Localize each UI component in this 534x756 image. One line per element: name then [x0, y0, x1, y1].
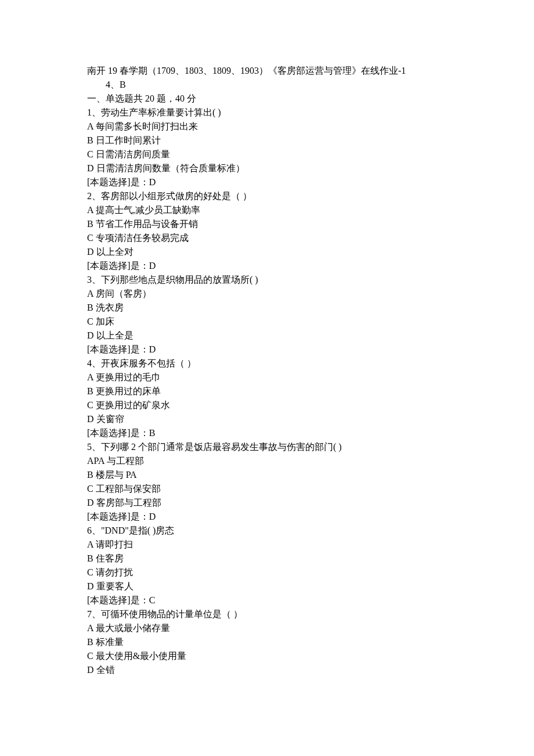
question-option: B 洗衣房: [87, 301, 447, 315]
question-answer: [本题选择]是：B: [87, 426, 447, 440]
question-option: C 专项清洁任务较易完成: [87, 231, 447, 245]
question-option: D 以上全对: [87, 245, 447, 259]
question-answer: [本题选择]是：D: [87, 175, 447, 189]
doc-subline: 4、B: [87, 78, 447, 92]
questions-container: 1、劳动生产率标准量要计算出( )A 每间需多长时间打扫出来B 日工作时间累计C…: [87, 106, 447, 677]
question-option: C 最大使用&最小使用量: [87, 649, 447, 663]
question-option: A 房间（客房）: [87, 287, 447, 301]
question-option: D 全错: [87, 663, 447, 677]
question-stem: 2、客房部以小组形式做房的好处是（ ）: [87, 189, 447, 203]
question-answer: [本题选择]是：D: [87, 343, 447, 357]
question-answer: [本题选择]是：C: [87, 593, 447, 607]
question-option: APA 与工程部: [87, 454, 447, 468]
question-stem: 4、开夜床服务不包括（ ）: [87, 357, 447, 370]
question-option: D 日需清洁房间数量（符合质量标准）: [87, 161, 447, 175]
question-option: C 工程部与保安部: [87, 482, 447, 496]
section-label: 一、单选题共 20 题，40 分: [87, 92, 447, 106]
question-option: A 更换用过的毛巾: [87, 370, 447, 384]
question-answer: [本题选择]是：D: [87, 259, 447, 273]
question-option: B 更换用过的床单: [87, 384, 447, 398]
question-option: D 重要客人: [87, 579, 447, 593]
question-option: C 更换用过的矿泉水: [87, 398, 447, 412]
question-stem: 7、可循环使用物品的计量单位是（ ）: [87, 607, 447, 621]
question-option: B 标准量: [87, 635, 447, 649]
question-option: D 客房部与工程部: [87, 496, 447, 510]
question-stem: 6、"DND"是指( )房态: [87, 524, 447, 538]
question-option: C 请勿打扰: [87, 566, 447, 579]
doc-title: 南开 19 春学期（1709、1803、1809、1903）《客房部运营与管理》…: [87, 64, 447, 78]
question-option: C 日需清洁房间质量: [87, 147, 447, 161]
question-option: A 请即打扫: [87, 538, 447, 552]
question-option: D 关窗帘: [87, 412, 447, 426]
question-answer: [本题选择]是：D: [87, 510, 447, 524]
question-stem: 1、劳动生产率标准量要计算出( ): [87, 106, 447, 120]
question-option: A 最大或最小储存量: [87, 621, 447, 635]
question-option: C 加床: [87, 315, 447, 329]
question-stem: 3、下列那些地点是织物用品的放置场所( ): [87, 273, 447, 287]
question-option: B 日工作时间累计: [87, 134, 447, 147]
question-stem: 5、下列哪 2 个部门通常是饭店最容易发生事故与伤害的部门( ): [87, 440, 447, 454]
question-option: B 楼层与 PA: [87, 468, 447, 482]
question-option: A 提高士气,减少员工缺勤率: [87, 203, 447, 217]
question-option: B 节省工作用品与设备开销: [87, 217, 447, 231]
question-option: A 每间需多长时间打扫出来: [87, 120, 447, 134]
question-option: B 住客房: [87, 552, 447, 566]
question-option: D 以上全是: [87, 329, 447, 343]
document-page: 南开 19 春学期（1709、1803、1809、1903）《客房部运营与管理》…: [0, 0, 534, 756]
